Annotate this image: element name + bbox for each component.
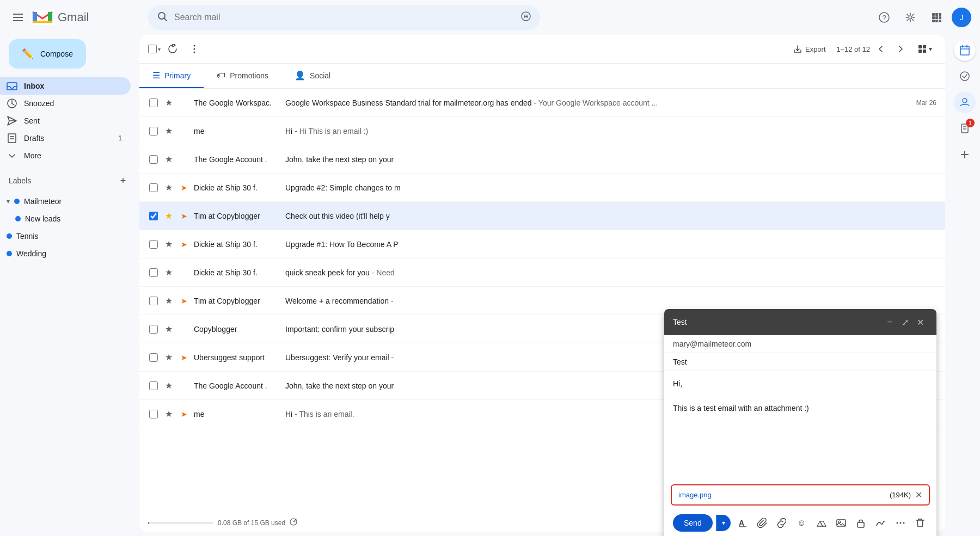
row-checkbox[interactable] (149, 325, 158, 334)
attach-file-button[interactable] (755, 514, 770, 532)
attachment-filename: image.png (678, 491, 890, 499)
forward-icon: ➤ (179, 297, 189, 305)
search-bar[interactable] (148, 5, 540, 30)
svg-rect-36 (923, 45, 926, 48)
google-contacts-button[interactable] (954, 91, 976, 113)
star-icon[interactable]: ★ (163, 324, 174, 334)
google-calendar-button[interactable] (954, 39, 976, 61)
insert-photo-button[interactable] (834, 514, 849, 532)
star-icon[interactable]: ★ (163, 154, 174, 164)
row-sender: Tim at Copyblogger (194, 212, 281, 220)
compose-body[interactable]: Hi, This is a test email with an attachm… (664, 371, 936, 480)
subject-text: Ubersuggest: Verify your email (285, 353, 389, 362)
search-options-icon[interactable] (520, 11, 531, 24)
format-text-button[interactable]: A (735, 514, 750, 532)
row-checkbox[interactable] (149, 268, 158, 277)
row-checkbox[interactable] (149, 183, 158, 192)
help-icon[interactable]: ? (873, 7, 895, 28)
google-drive-button[interactable] (814, 514, 829, 532)
tab-promotions[interactable]: 🏷 Promotions (204, 64, 281, 88)
tab-primary[interactable]: ☰ Primary (139, 64, 204, 88)
select-dropdown-arrow[interactable]: ▾ (158, 46, 161, 52)
subject-text: quick sneak peek for you (285, 268, 370, 277)
sidebar-item-more[interactable]: More (0, 147, 131, 164)
email-row[interactable]: ★ ➤ Dickie at Ship 30 f. quick sneak pee… (139, 258, 945, 287)
insert-link-button[interactable] (774, 514, 789, 532)
star-icon[interactable]: ★ (163, 380, 174, 391)
compose-minimize-button[interactable]: − (882, 315, 897, 330)
label-tennis[interactable]: Tennis (0, 227, 131, 245)
add-label-button[interactable]: + (115, 173, 131, 188)
menu-icon[interactable] (9, 8, 27, 27)
star-icon[interactable]: ★ (163, 97, 174, 108)
signature-button[interactable] (873, 514, 888, 532)
view-toggle-button[interactable]: ▾ (914, 42, 936, 56)
row-checkbox[interactable] (149, 212, 158, 220)
sidebar-item-inbox[interactable]: Inbox (0, 77, 131, 95)
row-checkbox[interactable] (149, 155, 158, 164)
star-icon[interactable]: ★ (163, 239, 174, 249)
lock-button[interactable] (853, 514, 868, 532)
star-icon[interactable]: ★ (163, 182, 174, 193)
row-checkbox[interactable] (149, 410, 158, 418)
email-row[interactable]: ★ ➤ Dickie at Ship 30 f. Upgrade #2: Sim… (139, 174, 945, 202)
email-row[interactable]: ★ ➤ The Google Account . John, take the … (139, 145, 945, 174)
tab-social[interactable]: 👤 Social (281, 64, 344, 88)
next-page-button[interactable] (892, 40, 909, 58)
star-icon[interactable]: ★ (163, 211, 174, 221)
more-options-button[interactable] (185, 39, 204, 59)
view-arrow: ▾ (929, 45, 932, 53)
email-row[interactable]: ★ ➤ me Hi - Hi This is an email :) (139, 117, 945, 145)
compose-close-button[interactable]: ✕ (912, 315, 928, 330)
sent-icon (7, 115, 17, 126)
subject-text: Google Workspace Business Standard trial… (285, 98, 532, 107)
right-panel: 1 (950, 35, 980, 536)
settings-icon[interactable] (899, 7, 921, 28)
label-mailmeteor[interactable]: ▾ Mailmeteor (0, 193, 131, 210)
more-options-compose-button[interactable] (893, 514, 908, 532)
emoji-button[interactable]: ☺ (794, 514, 809, 532)
storage-fill (148, 522, 149, 524)
email-row[interactable]: ★ ➤ The Google Workspac. Google Workspac… (139, 89, 945, 117)
attachment-remove-button[interactable]: ✕ (915, 490, 922, 500)
sidebar-item-snoozed[interactable]: Snoozed (0, 95, 131, 112)
social-tab-label: Social (310, 71, 330, 80)
send-dropdown-button[interactable]: ▾ (716, 515, 731, 531)
storage-link[interactable] (290, 518, 297, 527)
select-all-checkbox[interactable] (148, 45, 157, 53)
label-wedding[interactable]: Wedding (0, 245, 131, 262)
row-checkbox[interactable] (149, 127, 158, 135)
compose-button[interactable]: ✏️ Compose (9, 39, 86, 69)
svg-rect-17 (935, 13, 938, 16)
star-icon[interactable]: ★ (163, 409, 174, 419)
sidebar-item-sent[interactable]: Sent (0, 112, 131, 130)
compose-expand-button[interactable]: ⤢ (897, 315, 912, 330)
row-checkbox[interactable] (149, 240, 158, 249)
row-subject: quick sneak peek for you - Need (285, 268, 899, 277)
forward-icon: ➤ (179, 353, 189, 362)
google-tasks-button[interactable] (954, 65, 976, 87)
search-input[interactable] (174, 13, 516, 22)
email-row[interactable]: ★ ➤ Dickie at Ship 30 f. Upgrade #1: How… (139, 230, 945, 258)
row-checkbox[interactable] (149, 297, 158, 305)
email-row[interactable]: ★ ➤ Tim at Copyblogger Check out this vi… (139, 202, 945, 230)
svg-point-32 (194, 48, 195, 50)
apps-icon[interactable] (926, 7, 947, 28)
star-icon[interactable]: ★ (163, 352, 174, 362)
avatar[interactable]: J (952, 8, 971, 27)
delete-compose-button[interactable] (912, 514, 928, 532)
sidebar-item-drafts[interactable]: Drafts 1 (0, 130, 131, 147)
star-icon[interactable]: ★ (163, 267, 174, 278)
prev-page-button[interactable] (872, 40, 890, 58)
add-addon-button[interactable] (954, 144, 976, 165)
star-icon[interactable]: ★ (163, 295, 174, 306)
label-new-leads[interactable]: New leads (0, 210, 131, 227)
export-button[interactable]: Export (787, 41, 832, 57)
star-icon[interactable]: ★ (163, 126, 174, 136)
row-checkbox[interactable] (149, 98, 158, 107)
refresh-button[interactable] (163, 39, 182, 59)
send-button[interactable]: Send (673, 514, 713, 532)
google-keep-button[interactable]: 1 (954, 118, 976, 139)
row-checkbox[interactable] (149, 353, 158, 362)
row-checkbox[interactable] (149, 381, 158, 390)
